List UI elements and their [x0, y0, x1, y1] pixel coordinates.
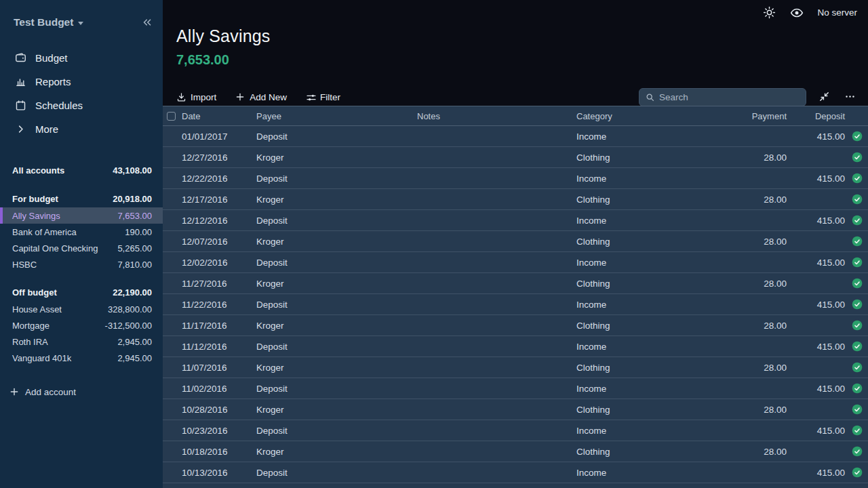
cell-category[interactable]: Clothing — [575, 237, 707, 247]
cell-date[interactable]: 12/07/2016 — [180, 237, 255, 247]
cell-deposit[interactable]: 415.00 — [788, 131, 846, 142]
cell-category[interactable]: Income — [575, 216, 707, 226]
sidebar-item-budget[interactable]: Budget — [0, 46, 163, 70]
cell-payee[interactable]: Kroger — [255, 152, 416, 163]
table-row[interactable]: 11/17/2016 Kroger Clothing 28.00 — [163, 315, 868, 336]
cell-deposit[interactable]: 415.00 — [788, 300, 846, 310]
cell-category[interactable]: Clothing — [575, 279, 707, 289]
cell-category[interactable]: Income — [575, 258, 707, 268]
select-all-checkbox[interactable] — [167, 112, 176, 121]
search-input[interactable] — [659, 92, 800, 102]
cell-date[interactable]: 11/12/2016 — [180, 342, 255, 352]
cell-date[interactable]: 12/02/2016 — [180, 258, 255, 268]
cell-payee[interactable]: Kroger — [255, 279, 416, 289]
table-row[interactable]: 12/12/2016 Deposit Income 415.00 — [163, 210, 868, 231]
cell-category[interactable]: Clothing — [575, 405, 707, 415]
cleared-check-icon[interactable] — [852, 194, 863, 205]
cell-payee[interactable]: Kroger — [255, 237, 416, 247]
cell-deposit[interactable]: 415.00 — [788, 216, 846, 226]
cleared-check-icon[interactable] — [852, 383, 863, 394]
server-status-button[interactable]: No server — [817, 7, 857, 18]
sidebar-account-item[interactable]: Capital One Checking 5,265.00 — [0, 240, 163, 256]
cell-category[interactable]: Income — [575, 131, 707, 142]
cell-date[interactable]: 11/07/2016 — [180, 363, 255, 373]
cell-date[interactable]: 11/27/2016 — [180, 279, 255, 289]
account-balance-total[interactable]: 7,653.00 — [176, 52, 868, 68]
cleared-check-icon[interactable] — [852, 341, 863, 352]
import-button[interactable]: Import — [176, 92, 216, 102]
cleared-check-icon[interactable] — [852, 152, 863, 163]
cell-date[interactable]: 10/13/2016 — [180, 468, 255, 478]
cell-deposit[interactable]: 415.00 — [788, 468, 846, 478]
cell-payee[interactable]: Kroger — [255, 195, 416, 205]
table-row[interactable]: 10/28/2016 Kroger Clothing 28.00 — [163, 399, 868, 420]
cell-category[interactable]: Income — [575, 300, 707, 310]
cell-category[interactable]: Clothing — [575, 195, 707, 205]
filter-button[interactable]: Filter — [306, 92, 340, 102]
table-row[interactable]: 11/22/2016 Deposit Income 415.00 — [163, 294, 868, 315]
cell-payee[interactable]: Deposit — [255, 426, 416, 436]
add-account-button[interactable]: Add account — [0, 384, 163, 400]
cell-date[interactable]: 11/02/2016 — [180, 384, 255, 394]
table-row[interactable]: 01/01/2017 Deposit Income 415.00 — [163, 126, 868, 147]
sidebar-account-item[interactable]: Roth IRA 2,945.00 — [0, 333, 163, 350]
cell-payment[interactable]: 28.00 — [707, 152, 788, 163]
cell-date[interactable]: 12/22/2016 — [180, 174, 255, 184]
cleared-check-icon[interactable] — [852, 425, 863, 436]
sidebar-item-more[interactable]: More — [0, 117, 163, 141]
cell-category[interactable]: Income — [575, 174, 707, 184]
table-row[interactable]: 11/12/2016 Deposit Income 415.00 — [163, 336, 868, 357]
cell-deposit[interactable]: 415.00 — [788, 258, 846, 268]
cell-category[interactable]: Income — [575, 426, 707, 436]
account-menu-button[interactable] — [844, 91, 857, 104]
cell-category[interactable]: Income — [575, 468, 707, 478]
cell-category[interactable]: Income — [575, 384, 707, 394]
cell-payee[interactable]: Kroger — [255, 363, 416, 373]
table-row[interactable]: 10/18/2016 Kroger Clothing 28.00 — [163, 441, 868, 462]
sidebar-account-item[interactable]: Ally Savings 7,653.00 — [0, 207, 163, 224]
cleared-check-icon[interactable] — [852, 467, 863, 478]
cell-category[interactable]: Clothing — [575, 152, 707, 163]
cleared-check-icon[interactable] — [852, 320, 863, 331]
table-row[interactable]: 12/27/2016 Kroger Clothing 28.00 — [163, 147, 868, 168]
cell-payee[interactable]: Kroger — [255, 447, 416, 457]
sidebar-account-item[interactable]: Mortgage -312,500.00 — [0, 317, 163, 333]
cell-payment[interactable]: 28.00 — [707, 363, 788, 373]
cell-date[interactable]: 10/23/2016 — [180, 426, 255, 436]
cell-payee[interactable]: Deposit — [255, 131, 416, 142]
cell-date[interactable]: 01/01/2017 — [180, 131, 255, 142]
sidebar-account-item[interactable]: HSBC 7,810.00 — [0, 256, 163, 272]
cleared-check-icon[interactable] — [852, 215, 863, 226]
cell-deposit[interactable]: 415.00 — [788, 384, 846, 394]
cell-date[interactable]: 12/12/2016 — [180, 216, 255, 226]
cell-deposit[interactable]: 415.00 — [788, 426, 846, 436]
cell-payment[interactable]: 28.00 — [707, 321, 788, 331]
cell-date[interactable]: 12/27/2016 — [180, 152, 255, 163]
cell-payment[interactable]: 28.00 — [707, 405, 788, 415]
table-row[interactable]: 11/07/2016 Kroger Clothing 28.00 — [163, 357, 868, 378]
cell-date[interactable]: 12/17/2016 — [180, 195, 255, 205]
cell-payment[interactable]: 28.00 — [707, 447, 788, 457]
cell-category[interactable]: Income — [575, 342, 707, 352]
table-row[interactable]: 10/13/2016 Deposit Income 415.00 — [163, 462, 868, 483]
sidebar-account-group[interactable]: For budget 20,918.00 — [0, 190, 163, 207]
table-row[interactable]: 11/27/2016 Kroger Clothing 28.00 — [163, 273, 868, 294]
cleared-check-icon[interactable] — [852, 299, 863, 310]
cleared-check-icon[interactable] — [852, 404, 863, 415]
sidebar-collapse-button[interactable] — [141, 16, 153, 28]
cell-payee[interactable]: Deposit — [255, 258, 416, 268]
collapse-transactions-button[interactable] — [818, 91, 831, 104]
cell-payment[interactable]: 28.00 — [707, 237, 788, 247]
sidebar-item-all-accounts[interactable]: All accounts 43,108.00 — [0, 161, 163, 179]
cell-deposit[interactable]: 415.00 — [788, 174, 846, 184]
table-row[interactable]: 12/17/2016 Kroger Clothing 28.00 — [163, 189, 868, 210]
cleared-check-icon[interactable] — [852, 278, 863, 289]
sidebar-item-schedules[interactable]: Schedules — [0, 94, 163, 117]
cell-category[interactable]: Clothing — [575, 321, 707, 331]
cell-payee[interactable]: Deposit — [255, 342, 416, 352]
cell-date[interactable]: 10/28/2016 — [180, 405, 255, 415]
add-new-button[interactable]: Add New — [235, 92, 287, 102]
sidebar-account-item[interactable]: Vanguard 401k 2,945.00 — [0, 350, 163, 366]
cell-payee[interactable]: Deposit — [255, 216, 416, 226]
cell-payment[interactable]: 28.00 — [707, 195, 788, 205]
